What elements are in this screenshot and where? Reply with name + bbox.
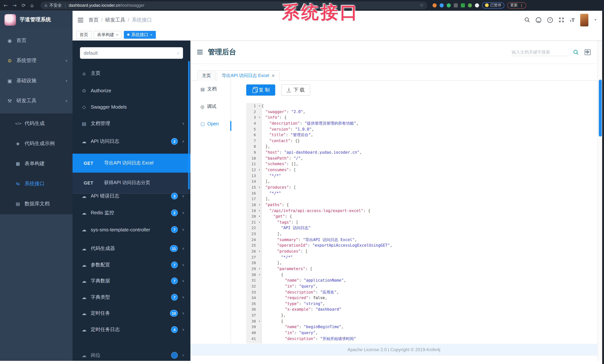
- ext-leaf-icon[interactable]: [468, 3, 472, 7]
- fold-icon[interactable]: ▾: [258, 167, 260, 173]
- hamburger-icon[interactable]: [78, 18, 83, 22]
- fullscreen-icon[interactable]: [559, 17, 564, 23]
- fold-icon[interactable]: ▾: [258, 219, 260, 225]
- swagger-api-item[interactable]: GET导出API 访问日志 Excel: [73, 154, 190, 173]
- swagger-sidebar-scrollbar[interactable]: [188, 61, 190, 189]
- doc-nav-文档[interactable]: ▤文档: [190, 86, 231, 92]
- user-avatar[interactable]: [580, 13, 588, 26]
- cloud-icon: ☁: [81, 278, 87, 284]
- swagger-menu-item[interactable]: ⊙Authorize: [73, 85, 190, 96]
- sidebar-subitem[interactable]: ▤数据库文档: [0, 194, 73, 214]
- update-button[interactable]: 更新 ⋮: [507, 2, 526, 8]
- fold-icon[interactable]: ▾: [258, 202, 260, 208]
- sidebar-subitem[interactable]: ⇆系统接口: [0, 174, 73, 194]
- swagger-menu-item[interactable]: ☁字典数据7∨: [73, 276, 190, 286]
- breadcrumb-item[interactable]: 系统接口: [132, 17, 152, 23]
- doc-nav-调试[interactable]: ◎调试: [190, 103, 231, 110]
- close-icon[interactable]: ×: [150, 33, 152, 37]
- sidebar-item[interactable]: ⚒研发工具∧: [0, 96, 73, 106]
- count-badge: 2: [171, 209, 178, 216]
- ext-orange-icon[interactable]: [433, 3, 437, 7]
- ext-green-circle-icon[interactable]: [447, 3, 451, 7]
- breadcrumb-item[interactable]: 研发工具: [105, 17, 125, 23]
- tag-dot: [127, 34, 129, 36]
- sidebar-subitem[interactable]: ◈代码生成示例: [0, 134, 73, 154]
- svg-text:?: ?: [549, 18, 551, 22]
- swagger-menu-item[interactable]: ☁API 错误日志3∨: [73, 191, 190, 201]
- swagger-menu-item[interactable]: ☁定时任务日志4∨: [73, 324, 190, 335]
- fold-icon[interactable]: ▾: [258, 249, 260, 254]
- fold-icon[interactable]: ▾: [258, 318, 260, 324]
- swagger-menu-item[interactable]: ◇Swagger Models: [73, 101, 190, 112]
- help-icon[interactable]: ?: [547, 17, 553, 23]
- language-icon[interactable]: 中: [584, 49, 591, 55]
- swagger-api-item[interactable]: GET获得API 访问日志分页: [73, 173, 190, 193]
- swagger-menu-item[interactable]: ☁定时任务10∨: [73, 308, 190, 318]
- doc-nav-open[interactable]: ▢Open: [190, 121, 231, 126]
- tag-item[interactable]: 首页: [76, 31, 91, 38]
- paused-badge[interactable]: 已暂停: [482, 2, 504, 8]
- browser-home-icon[interactable]: ⌂: [30, 2, 34, 8]
- browser-menu-icon[interactable]: ⋮: [520, 3, 523, 7]
- reload-icon[interactable]: ⟳: [22, 2, 26, 8]
- fold-icon[interactable]: ▾: [258, 185, 260, 190]
- bookmark-star-icon[interactable]: ☆: [419, 3, 424, 8]
- close-icon[interactable]: ✕: [272, 74, 275, 78]
- group-select[interactable]: default ∨: [80, 47, 183, 59]
- github-icon[interactable]: [536, 17, 541, 23]
- swagger-menu-item[interactable]: ☁Redis 监控2∨: [73, 208, 190, 218]
- fold-icon[interactable]: ▾: [258, 213, 260, 219]
- count-badge: 3: [171, 193, 178, 199]
- sidebar-subitem[interactable]: ▦表单构建: [0, 154, 73, 174]
- ext-green-square-icon[interactable]: [461, 3, 465, 7]
- user-caret-icon[interactable]: ▼: [594, 18, 597, 22]
- fold-icon[interactable]: ▾: [258, 103, 260, 109]
- swagger-menu-item[interactable]: ☁岗位∨: [73, 350, 190, 361]
- font-size-icon[interactable]: тT: [570, 17, 575, 23]
- doc-search-icon[interactable]: [573, 49, 579, 55]
- fold-icon[interactable]: ▾: [258, 272, 260, 277]
- page-scrollbar-thumb[interactable]: [599, 80, 602, 137]
- tag-active[interactable]: 系统接口×: [124, 31, 156, 38]
- count-badge: 11: [170, 245, 178, 252]
- copy-button[interactable]: 复 制: [246, 85, 275, 96]
- ext-blue-drop-icon[interactable]: [440, 3, 444, 7]
- swagger-menu-item[interactable]: ⌂主页: [73, 68, 190, 78]
- doc-tab[interactable]: 主页: [197, 70, 216, 81]
- doc-search-input[interactable]: [511, 48, 568, 56]
- ext-grid-icon[interactable]: [454, 3, 458, 7]
- search-icon[interactable]: [524, 17, 530, 23]
- api-icon: ⇆: [15, 181, 21, 186]
- cloud-icon: ☁: [81, 310, 87, 316]
- swagger-menu-item[interactable]: ☁参数配置7∨: [73, 260, 190, 270]
- tag-item[interactable]: 表单构建×: [94, 31, 122, 38]
- sidebar-item[interactable]: ◉首页: [0, 35, 73, 46]
- fold-icon[interactable]: ▾: [258, 208, 260, 213]
- fold-icon[interactable]: ▾: [258, 266, 260, 272]
- page-scrollbar[interactable]: [597, 40, 602, 361]
- close-icon[interactable]: ×: [116, 33, 118, 37]
- collapse-menu-icon[interactable]: [197, 50, 203, 54]
- ext-puzzle-icon[interactable]: [475, 3, 479, 7]
- logo-row[interactable]: 芋道管理系统: [0, 11, 73, 29]
- count-badge: 4: [171, 326, 178, 333]
- swagger-menu-item[interactable]: ▤文档管理∨: [73, 118, 190, 129]
- doc-tab[interactable]: 导出API 访问日志 Excel✕: [217, 70, 280, 81]
- swagger-menu-item[interactable]: ☁代码生成器11∨: [73, 243, 190, 254]
- swagger-menu-item[interactable]: ☁API 访问日志2∧: [73, 136, 190, 147]
- download-button[interactable]: ↓ 下 载: [281, 85, 310, 96]
- back-icon[interactable]: ←: [4, 2, 8, 8]
- address-bar[interactable]: ⚠ 不安全 | dashboard.yudao.iocoder.cn/tool/…: [40, 1, 427, 9]
- security-label[interactable]: 不安全: [50, 2, 62, 8]
- fold-icon[interactable]: ▾: [258, 115, 260, 121]
- code-editor[interactable]: {"swagger": "2.0","info": {"description"…: [262, 103, 596, 343]
- breadcrumb-separator: /: [128, 17, 129, 23]
- sidebar-item[interactable]: ▣基础设施∨: [0, 75, 73, 86]
- breadcrumb-item[interactable]: 首页: [88, 17, 99, 23]
- swagger-menu-item[interactable]: ☁字典类型7∨: [73, 292, 190, 302]
- gutter-line-number: 26▾: [246, 249, 261, 254]
- sidebar-item[interactable]: ⚙系统管理∨: [0, 55, 73, 66]
- sidebar-subitem[interactable]: </>代码生成: [0, 113, 73, 134]
- swagger-menu-item[interactable]: ☁sys-sms-template-controller7∨: [73, 224, 190, 235]
- forward-icon[interactable]: →: [13, 2, 17, 8]
